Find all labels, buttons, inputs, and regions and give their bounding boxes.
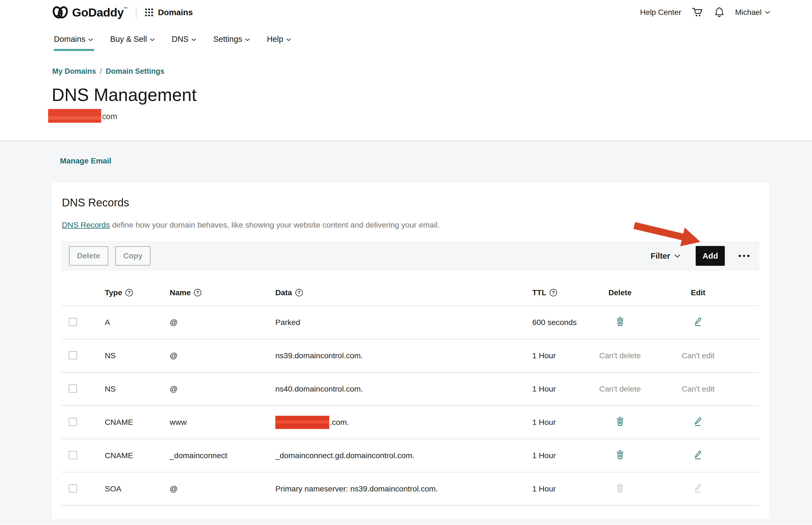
table-row-a-0: A@Parked600 seconds [61,306,760,339]
app-grid-icon[interactable] [145,8,153,17]
row-checkbox[interactable] [69,418,77,426]
header-actions: Help Center Michael [640,6,770,18]
col-header-type: Type? [105,288,170,297]
toolbar-right: Filter Add [650,246,750,266]
record-data: .com. [275,416,532,429]
record-type: A [105,318,170,327]
card-heading: DNS Records [62,196,760,209]
more-options-menu[interactable] [738,252,750,260]
help-center-link[interactable]: Help Center [640,8,681,17]
card-description: DNS Records define how your domain behav… [62,220,760,229]
redaction-box [48,109,101,123]
row-checkbox[interactable] [69,451,77,459]
nav-tab-dns[interactable]: DNS [172,25,196,54]
add-record-button[interactable]: Add [696,246,725,266]
record-data: ns40.domaincontrol.com. [275,385,532,393]
app-switcher-label[interactable]: Domains [158,8,193,17]
record-type: CNAME [105,418,170,427]
domain-name-line: com [48,108,812,123]
nav-tab-buy-sell[interactable]: Buy & Sell [110,25,155,54]
primary-nav: Domains Buy & Sell DNS Settings Help [0,25,812,54]
notifications-bell-icon[interactable] [714,6,725,18]
col-header-name: Name? [170,288,275,297]
edit-pencil-icon[interactable] [694,316,702,326]
edit-pencil-icon [694,483,702,493]
cant-edit-label: Can't edit [681,351,715,360]
nav-tab-domains[interactable]: Domains [54,25,93,54]
account-menu[interactable]: Michael [735,8,770,17]
record-name: _domainconnect [170,451,275,460]
help-circle-icon[interactable]: ? [125,289,133,296]
top-section: GoDaddy™ Domains Help Center [0,0,812,141]
chevron-down-icon [191,38,196,41]
description-text: define how your domain behaves, like sho… [110,221,440,229]
trademark-symbol: ™ [124,6,127,11]
table-body: A@Parked600 secondsNS@ns39.domaincontrol… [61,306,760,506]
page-title: DNS Management [52,82,812,107]
cant-delete-label: Can't delete [599,385,641,393]
record-ttl: 1 Hour [532,385,581,393]
dns-records-card: DNS Records DNS Records define how your … [51,182,770,520]
record-data: Parked [275,318,532,327]
dns-records-table: Type? Name? Data? TTL? Delete Edit A@Par… [61,280,760,506]
copy-button[interactable]: Copy [115,246,151,266]
record-data: _domainconnect.gd.domaincontrol.com. [275,451,532,460]
record-ttl: 1 Hour [532,484,581,493]
godaddy-logo-icon[interactable] [51,4,69,20]
record-type: NS [105,385,170,393]
header-divider [136,7,136,18]
dns-management-page: GoDaddy™ Domains Help Center [0,0,812,525]
table-row-soa-5: SOA@Primary nameserver: ns39.domaincontr… [61,472,760,506]
record-data: Primary nameserver: ns39.domaincontrol.c… [275,484,532,493]
chevron-down-icon [245,38,250,41]
col-header-edit: Edit [691,288,706,297]
edit-pencil-icon[interactable] [694,416,702,426]
chevron-down-icon [286,38,291,41]
col-header-delete: Delete [609,288,631,297]
table-row-cname-3: CNAMEwww.com.1 Hour [61,406,760,439]
user-name: Michael [735,8,762,17]
record-data: ns39.domaincontrol.com. [275,351,532,360]
row-checkbox[interactable] [69,385,77,393]
trash-icon[interactable] [616,316,624,326]
brand-wordmark[interactable]: GoDaddy™ [72,6,127,19]
dns-records-help-link[interactable]: DNS Records [62,221,110,229]
help-circle-icon[interactable]: ? [550,289,557,296]
chevron-down-icon [765,11,770,14]
table-row-cname-4: CNAME_domainconnect_domainconnect.gd.dom… [61,439,760,472]
trash-icon[interactable] [616,416,624,426]
breadcrumb: My Domains / Domain Settings [52,67,812,75]
breadcrumb-separator: / [100,67,102,76]
row-checkbox[interactable] [69,484,77,493]
delete-button[interactable]: Delete [69,246,108,266]
filter-dropdown[interactable]: Filter [650,252,680,260]
record-name: @ [170,385,275,393]
col-header-data: Data? [275,288,532,297]
record-ttl: 1 Hour [532,418,581,427]
cart-icon[interactable] [692,7,703,18]
record-ttl: 600 seconds [532,318,581,327]
table-row-ns-1: NS@ns39.domaincontrol.com.1 HourCan't de… [61,339,760,373]
manage-email-link[interactable]: Manage Email [60,156,111,165]
trash-icon [616,483,624,493]
trash-icon[interactable] [616,450,624,460]
record-type: CNAME [105,451,170,460]
breadcrumb-domain-settings[interactable]: Domain Settings [106,67,165,76]
breadcrumb-my-domains[interactable]: My Domains [52,67,96,76]
content-area: Manage Email DNS Records DNS Records def… [0,141,812,524]
chevron-down-icon [150,38,155,41]
help-circle-icon[interactable]: ? [295,289,303,296]
record-ttl: 1 Hour [532,351,581,360]
row-checkbox[interactable] [69,351,77,359]
edit-pencil-icon[interactable] [694,450,702,460]
record-type: NS [105,351,170,360]
help-circle-icon[interactable]: ? [194,289,201,296]
nav-tab-settings[interactable]: Settings [213,25,250,54]
record-ttl: 1 Hour [532,451,581,460]
table-row-ns-2: NS@ns40.domaincontrol.com.1 HourCan't de… [61,373,760,406]
row-checkbox[interactable] [69,318,77,326]
chevron-down-icon [88,38,93,41]
nav-tab-help[interactable]: Help [267,25,291,54]
record-name: @ [170,484,275,493]
chevron-down-icon [674,254,680,258]
